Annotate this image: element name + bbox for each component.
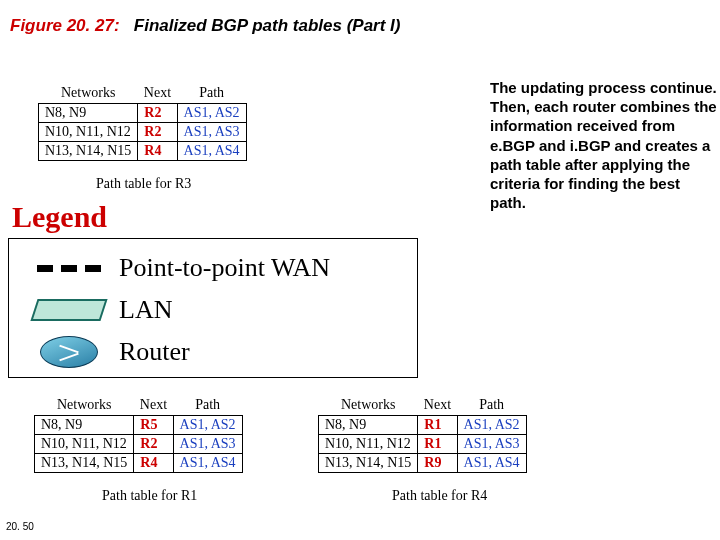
cell-path: AS1, AS4 (173, 454, 242, 473)
table-row: N8, N9 R5 AS1, AS2 (35, 416, 243, 435)
cell-networks: N10, N11, N12 (319, 435, 418, 454)
cell-path: AS1, AS3 (177, 123, 246, 142)
legend-item-lan: LAN (19, 289, 407, 331)
path-table-r1-caption: Path table for R1 (102, 488, 197, 504)
cell-path: AS1, AS3 (457, 435, 526, 454)
cell-networks: N13, N14, N15 (35, 454, 134, 473)
path-table-r3-caption: Path table for R3 (96, 176, 191, 192)
cell-next: R2 (138, 104, 177, 123)
table-row: N13, N14, N15 R4 AS1, AS4 (39, 142, 247, 161)
cell-networks: N8, N9 (35, 416, 134, 435)
path-table-r4-caption: Path table for R4 (392, 488, 487, 504)
col-path: Path (457, 396, 526, 416)
legend-item-router: Router (19, 331, 407, 373)
cell-next: R1 (418, 416, 457, 435)
col-next: Next (138, 84, 177, 104)
legend-label: LAN (119, 295, 407, 325)
cell-path: AS1, AS2 (457, 416, 526, 435)
table-row: N8, N9 R2 AS1, AS2 (39, 104, 247, 123)
cell-path: AS1, AS4 (177, 142, 246, 161)
cell-next: R5 (134, 416, 173, 435)
figure-number: Figure 20. 27: (10, 16, 120, 35)
col-next: Next (418, 396, 457, 416)
col-networks: Networks (35, 396, 134, 416)
legend-label: Router (119, 337, 407, 367)
cell-networks: N10, N11, N12 (35, 435, 134, 454)
cell-path: AS1, AS2 (173, 416, 242, 435)
col-next: Next (134, 396, 173, 416)
lan-icon (19, 299, 119, 321)
description-text: The updating process continue. Then, eac… (490, 78, 720, 212)
col-path: Path (173, 396, 242, 416)
path-table-r4: Networks Next Path N8, N9 R1 AS1, AS2 N1… (318, 396, 527, 473)
figure-name: Finalized BGP path tables (Part I) (134, 16, 401, 35)
cell-networks: N8, N9 (39, 104, 138, 123)
cell-networks: N13, N14, N15 (319, 454, 418, 473)
cell-next: R4 (138, 142, 177, 161)
cell-next: R1 (418, 435, 457, 454)
cell-next: R2 (134, 435, 173, 454)
path-table-r3: Networks Next Path N8, N9 R2 AS1, AS2 N1… (38, 84, 247, 161)
col-networks: Networks (319, 396, 418, 416)
path-table-r1: Networks Next Path N8, N9 R5 AS1, AS2 N1… (34, 396, 243, 473)
cell-next: R4 (134, 454, 173, 473)
table-row: N10, N11, N12 R1 AS1, AS3 (319, 435, 527, 454)
table-row: N13, N14, N15 R4 AS1, AS4 (35, 454, 243, 473)
slide-number: 20. 50 (6, 521, 34, 532)
router-icon (19, 336, 119, 368)
cell-path: AS1, AS3 (173, 435, 242, 454)
table-row: N10, N11, N12 R2 AS1, AS3 (39, 123, 247, 142)
legend-title: Legend (12, 200, 107, 234)
table-row: N13, N14, N15 R9 AS1, AS4 (319, 454, 527, 473)
cell-networks: N10, N11, N12 (39, 123, 138, 142)
cell-path: AS1, AS4 (457, 454, 526, 473)
figure-title: Figure 20. 27: Finalized BGP path tables… (10, 16, 400, 36)
cell-path: AS1, AS2 (177, 104, 246, 123)
cell-networks: N13, N14, N15 (39, 142, 138, 161)
legend-label: Point-to-point WAN (119, 253, 407, 283)
col-path: Path (177, 84, 246, 104)
dashed-line-icon (19, 265, 119, 272)
cell-next: R2 (138, 123, 177, 142)
table-row: N10, N11, N12 R2 AS1, AS3 (35, 435, 243, 454)
cell-networks: N8, N9 (319, 416, 418, 435)
legend-item-p2p: Point-to-point WAN (19, 247, 407, 289)
legend-box: Point-to-point WAN LAN Router (8, 238, 418, 378)
col-networks: Networks (39, 84, 138, 104)
cell-next: R9 (418, 454, 457, 473)
table-row: N8, N9 R1 AS1, AS2 (319, 416, 527, 435)
